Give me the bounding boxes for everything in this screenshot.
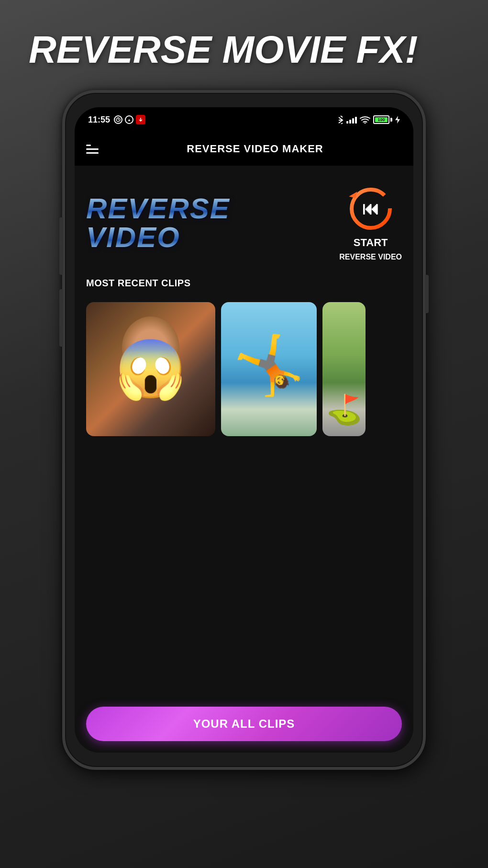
reverse-video-logo-text: REVERSE VIDEO (86, 194, 230, 252)
svg-line-2 (118, 120, 119, 120)
svg-point-7 (365, 123, 366, 124)
svg-line-6 (341, 123, 343, 124)
phone-body: 11:55 ▲ (62, 90, 426, 770)
status-notification-icons: ▲ (114, 115, 145, 124)
app-content-area: REVERSE VIDEO (75, 166, 413, 753)
status-time: 11:55 (88, 115, 110, 125)
svg-line-5 (341, 116, 343, 117)
phone-device: 11:55 ▲ (62, 90, 426, 770)
start-label: START (354, 237, 388, 249)
start-reverse-video-button[interactable]: ⏮ START REVERSE VIDEO (339, 185, 402, 261)
hero-section: REVERSE VIDEO (86, 180, 402, 266)
bluetooth-icon (338, 115, 344, 124)
clip-thumbnail-3[interactable] (322, 302, 366, 436)
status-right: 100 (338, 115, 400, 124)
clip-image-2 (221, 302, 317, 436)
clip-image-1 (86, 302, 215, 436)
start-sublabel: REVERSE VIDEO (339, 253, 402, 261)
clip-image-3 (322, 302, 366, 436)
clip-thumbnail-1[interactable] (86, 302, 215, 436)
phone-screen: 11:55 ▲ (75, 107, 413, 753)
app-title: REVERSE VIDEO MAKER (108, 143, 402, 155)
recent-clips-section: MOST RECENT CLIPS (86, 278, 402, 291)
signal-bars-icon (346, 116, 357, 124)
clock-icon (114, 115, 122, 124)
reverse-word: REVERSE (86, 194, 230, 223)
svg-text:⏮: ⏮ (362, 199, 379, 218)
all-clips-button[interactable]: YOUR ALL CLIPS (86, 707, 402, 741)
video-word: VIDEO (86, 223, 230, 252)
status-left: 11:55 ▲ (88, 115, 145, 125)
reverse-play-icon: ⏮ (347, 185, 395, 233)
charging-icon (395, 116, 400, 124)
page-headline: REVERSE MOVIE FX! (0, 0, 488, 85)
notification-icon: ▲ (125, 115, 133, 124)
wifi-icon (360, 116, 370, 124)
clips-grid (86, 302, 402, 436)
clip-thumbnail-2[interactable] (221, 302, 317, 436)
menu-button[interactable] (86, 145, 99, 154)
svg-marker-8 (395, 116, 400, 124)
battery-indicator: 100 (373, 115, 392, 124)
recent-clips-title: MOST RECENT CLIPS (86, 278, 402, 289)
battery-level-text: 100 (377, 117, 385, 122)
app-toolbar: REVERSE VIDEO MAKER (75, 132, 413, 166)
status-bar: 11:55 ▲ (75, 107, 413, 132)
download-icon (136, 115, 145, 124)
